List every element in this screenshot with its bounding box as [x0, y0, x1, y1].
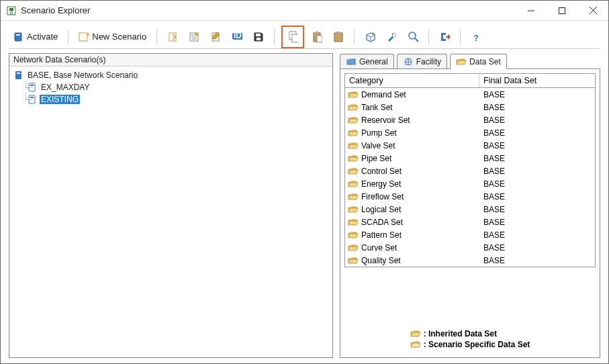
scenario-child-icon — [27, 94, 38, 105]
col-final-dataset[interactable]: Final Data Set — [479, 74, 595, 87]
edit-page-button[interactable] — [207, 28, 224, 46]
window: Scenario Explorer Activate New Scenario … — [0, 0, 609, 364]
grid-value: BASE — [479, 141, 595, 150]
copy-icon — [287, 32, 298, 42]
id-button[interactable]: ID — [228, 28, 246, 46]
new-scenario-label: New Scenario — [92, 32, 146, 42]
tab-dataset[interactable]: Data Set — [450, 54, 507, 69]
separator — [428, 30, 429, 44]
svg-rect-34 — [29, 83, 35, 91]
dataset-folder-icon — [348, 217, 359, 228]
scenario-tree-panel: Network Data Scenario(s) BASE, Base Netw… — [9, 53, 333, 358]
grid-category: Control Set — [361, 167, 402, 176]
grid-row[interactable]: Fireflow SetBASE — [345, 190, 595, 203]
help-button[interactable]: ? — [467, 28, 485, 46]
box-tool-icon — [365, 32, 375, 42]
new-scenario-icon — [79, 32, 89, 42]
legend-inherited: : Inherited Data Set — [410, 328, 530, 339]
save-icon — [253, 32, 264, 42]
svg-rect-32 — [15, 71, 21, 79]
paste-icon — [312, 32, 322, 42]
grid-header: Category Final Data Set — [345, 74, 595, 88]
scenario-tree[interactable]: BASE, Base Network Scenario EX_MAXDAY EX… — [9, 66, 332, 357]
paste-button[interactable] — [308, 28, 326, 46]
highlighted-toolbar-item — [281, 26, 304, 48]
copy-button[interactable] — [284, 28, 301, 46]
grid-row[interactable]: Pipe SetBASE — [345, 152, 595, 165]
svg-rect-8 — [16, 34, 20, 36]
svg-text:?: ? — [474, 34, 479, 43]
new-scenario-button[interactable]: New Scenario — [75, 28, 150, 46]
activate-button[interactable]: Activate — [10, 28, 61, 46]
tree-root[interactable]: BASE, Base Network Scenario — [13, 69, 328, 81]
grid-row[interactable]: Energy SetBASE — [345, 177, 595, 190]
grid-row[interactable]: Quality SetBASE — [345, 254, 595, 267]
toolbar: Activate New Scenario ID — [9, 28, 600, 49]
svg-point-29 — [409, 32, 416, 39]
content-area: Activate New Scenario ID — [1, 21, 608, 363]
grid-category: Pattern Set — [361, 230, 402, 240]
dataset-folder-icon — [348, 89, 359, 100]
wrench-button[interactable] — [383, 28, 400, 46]
svg-rect-33 — [17, 73, 20, 74]
grid-row[interactable]: Pump SetBASE — [345, 126, 595, 139]
grid-row[interactable]: Valve SetBASE — [345, 139, 595, 152]
tab-general[interactable]: General — [340, 54, 394, 69]
svg-rect-25 — [317, 36, 322, 42]
app-icon — [6, 5, 17, 16]
dataset-folder-icon — [348, 242, 359, 253]
grid-category: Demand Set — [361, 90, 406, 99]
grid-value: BASE — [479, 179, 595, 189]
separator — [460, 30, 461, 44]
svg-rect-22 — [292, 34, 298, 42]
grid-row[interactable]: SCADA SetBASE — [345, 216, 595, 228]
edit-list-button[interactable] — [185, 28, 203, 46]
minimize-button[interactable] — [516, 1, 547, 20]
tree-item-label: EX_MAXDAY — [40, 83, 91, 92]
grid-value: BASE — [479, 256, 595, 265]
grid-category: SCADA Set — [361, 218, 403, 227]
grid-value: BASE — [479, 128, 595, 138]
tree-item-existing[interactable]: EXISTING — [27, 93, 328, 105]
grid-row[interactable]: Pattern SetBASE — [345, 228, 595, 241]
grid-category: Tank Set — [361, 103, 393, 112]
right-panel: General Facility Data Set Category — [340, 53, 600, 358]
search-button[interactable] — [404, 28, 422, 46]
box-tool-button[interactable] — [361, 28, 379, 46]
grid-row[interactable]: Reservoir SetBASE — [345, 113, 595, 126]
save-button[interactable] — [250, 28, 267, 46]
tab-facility[interactable]: Facility — [397, 54, 447, 69]
grid-row[interactable]: Logical SetBASE — [345, 203, 595, 216]
grid-category: Fireflow Set — [361, 192, 404, 201]
legend-specific-label: : Scenario Specific Data Set — [424, 340, 530, 349]
window-buttons — [516, 1, 608, 20]
svg-rect-9 — [79, 33, 87, 41]
activate-label: Activate — [27, 32, 58, 42]
svg-rect-4 — [559, 7, 565, 13]
dataset-folder-icon — [348, 166, 359, 177]
grid-row[interactable]: Tank SetBASE — [345, 101, 595, 113]
grid-row[interactable]: Control SetBASE — [345, 165, 595, 177]
help-icon: ? — [471, 32, 481, 42]
separator — [354, 30, 355, 44]
clipboard-button[interactable] — [330, 28, 347, 46]
exit-icon — [439, 32, 450, 42]
grid-value: BASE — [479, 116, 595, 125]
grid-category: Logical Set — [361, 205, 401, 214]
grid-row[interactable]: Curve SetBASE — [345, 241, 595, 254]
scenario-tree-header: Network Data Scenario(s) — [9, 54, 332, 66]
tree-item-ex-maxday[interactable]: EX_MAXDAY — [27, 81, 328, 93]
grid-value: BASE — [479, 218, 595, 227]
grid-value: BASE — [479, 154, 595, 163]
import-button[interactable] — [164, 28, 181, 46]
col-category[interactable]: Category — [345, 74, 479, 87]
svg-rect-20 — [256, 38, 261, 40]
tab-bar: General Facility Data Set — [340, 53, 600, 69]
search-icon — [408, 32, 418, 42]
svg-rect-1 — [9, 8, 13, 11]
grid-row[interactable]: Demand SetBASE — [345, 88, 595, 101]
maximize-button[interactable] — [547, 1, 577, 20]
svg-rect-27 — [336, 32, 340, 34]
close-button[interactable] — [577, 1, 608, 20]
exit-button[interactable] — [436, 28, 453, 46]
